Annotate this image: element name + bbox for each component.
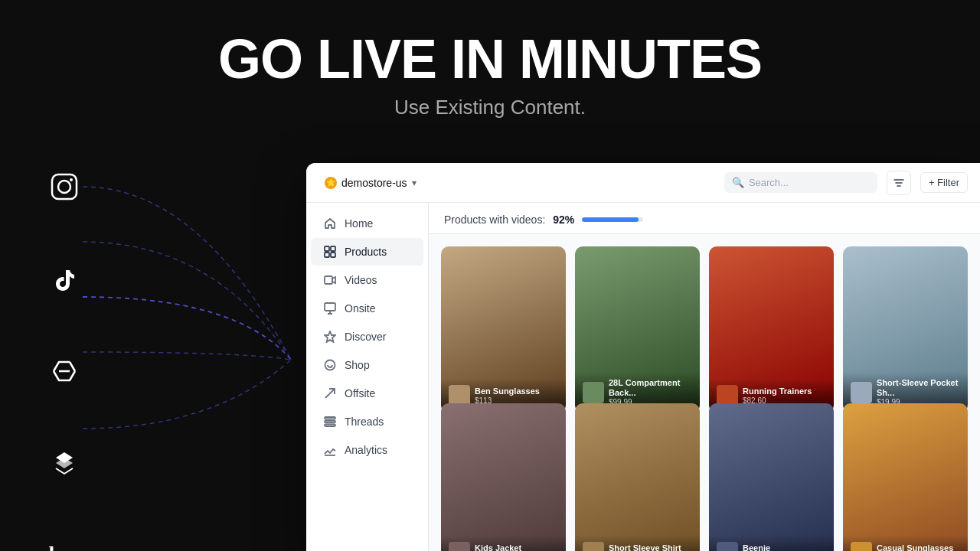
products-with-videos-label: Products with videos: (444, 214, 545, 226)
table-row[interactable]: Short-Sleeve Pocket Sh... $19.99 (843, 246, 968, 412)
sidebar-label-videos: Videos (345, 274, 377, 286)
table-row[interactable]: Beenie $22 (709, 403, 834, 551)
table-row[interactable]: Kids Jacket $68 (441, 403, 566, 551)
products-stats: Products with videos: 92% (444, 214, 965, 226)
product-name: Short Sleeve Shirt (609, 543, 692, 551)
threads-icon (323, 415, 337, 429)
product-thumbnail (851, 382, 872, 403)
sidebar-label-discover: Discover (345, 331, 386, 343)
app-header: ⭐ demostore-us ▾ 🔍 Search... + Filter (306, 163, 980, 203)
shop-icon (323, 358, 337, 372)
sidebar-label-products: Products (345, 246, 387, 258)
product-details: Short-Sleeve Pocket Sh... $19.99 (877, 378, 960, 406)
product-overlay: Beenie $22 (709, 536, 834, 551)
home-icon (323, 217, 337, 230)
sidebar-label-offsite: Offsite (345, 387, 375, 399)
product-details: Beenie $22 (743, 543, 826, 551)
box-icon: box (46, 536, 83, 551)
svg-point-10 (325, 360, 335, 370)
sidebar-item-threads[interactable]: Threads (311, 408, 423, 435)
search-bar[interactable]: 🔍 Search... (724, 172, 877, 193)
offsite-icon (323, 386, 337, 400)
sidebar-label-analytics: Analytics (345, 444, 387, 456)
table-row[interactable]: Ben Sunglasses $113 (441, 246, 566, 412)
product-thumbnail (717, 542, 738, 551)
tiktok-icon (46, 260, 83, 297)
content-header: Products with videos: 92% (429, 203, 980, 234)
product-name: Kids Jacket (475, 543, 558, 551)
main-content: Products with videos: 92% Ben Sunglasses (429, 203, 980, 551)
product-details: 28L Compartment Back... $99.99 (609, 378, 692, 406)
app-window: ⭐ demostore-us ▾ 🔍 Search... + Filter Ho… (306, 163, 980, 551)
dropbox-icon (46, 444, 83, 481)
progress-bar (582, 217, 643, 222)
sidebar-item-analytics[interactable]: Analytics (311, 436, 423, 464)
svg-rect-6 (331, 253, 335, 257)
sidebar-item-offsite[interactable]: Offsite (311, 380, 423, 407)
sort-icon (893, 178, 904, 188)
products-icon (323, 245, 337, 259)
sidebar-label-threads: Threads (345, 416, 384, 428)
search-icon: 🔍 (732, 177, 744, 188)
sidebar-item-home[interactable]: Home (311, 210, 423, 237)
store-name: demostore-us (341, 177, 407, 189)
product-name: 28L Compartment Back... (609, 378, 692, 398)
sidebar-item-discover[interactable]: Discover (311, 323, 423, 350)
product-name: Beenie (743, 543, 826, 551)
videos-icon (323, 273, 337, 287)
sidebar-item-onsite[interactable]: Onsite (311, 295, 423, 322)
sidebar-item-videos[interactable]: Videos (311, 266, 423, 294)
store-dot: ⭐ (325, 177, 337, 189)
products-percentage: 92% (553, 214, 574, 226)
product-name: Casual Sunglasses (877, 543, 960, 551)
hero-title: GO LIVE IN MINUTES (0, 29, 980, 90)
sidebar: Home Products Videos Onsit (306, 203, 429, 551)
product-overlay: Kids Jacket $68 (441, 536, 566, 551)
brand-icons-list: box (46, 168, 83, 551)
svg-rect-8 (325, 303, 335, 311)
product-thumbnail (449, 542, 470, 551)
product-details: Short Sleeve Shirt $45 (609, 543, 692, 551)
app-body: Home Products Videos Onsit (306, 203, 980, 551)
hero-subtitle: Use Existing Content. (0, 96, 980, 119)
analytics-icon (323, 443, 337, 457)
product-details: Running Trainers $82.60 (743, 386, 826, 405)
sidebar-item-products[interactable]: Products (311, 238, 423, 266)
product-details: Casual Sunglasses $35 (877, 543, 960, 551)
svg-point-1 (58, 181, 70, 193)
store-selector[interactable]: ⭐ demostore-us ▾ (318, 174, 423, 192)
sidebar-label-onsite: Onsite (345, 302, 375, 315)
search-placeholder: Search... (749, 177, 789, 188)
svg-rect-0 (52, 174, 77, 199)
product-details: Ben Sunglasses $113 (475, 386, 558, 405)
table-row[interactable]: Casual Sunglasses $35 (843, 403, 968, 551)
svg-rect-5 (325, 253, 329, 257)
product-overlay: Casual Sunglasses $35 (843, 536, 968, 551)
filter-button[interactable]: + Filter (920, 172, 968, 193)
table-row[interactable]: 28L Compartment Back... $99.99 (575, 246, 700, 412)
product-name: Short-Sleeve Pocket Sh... (877, 378, 960, 398)
products-grid: Ben Sunglasses $113 28L Compartment Back… (429, 234, 980, 551)
svg-rect-12 (325, 421, 335, 423)
chevron-down-icon: ▾ (412, 178, 416, 188)
sort-button[interactable] (887, 171, 911, 195)
product-thumbnail (851, 542, 872, 551)
svg-rect-11 (325, 417, 335, 419)
decorative-curves (46, 168, 322, 551)
discover-icon (323, 330, 337, 344)
svg-rect-7 (325, 276, 332, 284)
product-name: Running Trainers (743, 386, 826, 396)
hero-section: GO LIVE IN MINUTES Use Existing Content. (0, 0, 980, 119)
svg-point-2 (70, 178, 73, 181)
onsite-icon (323, 302, 337, 315)
instagram-icon (46, 168, 83, 205)
product-overlay: Short Sleeve Shirt $45 (575, 536, 700, 551)
svg-rect-4 (331, 246, 335, 251)
product-name: Ben Sunglasses (475, 386, 558, 396)
sidebar-item-shop[interactable]: Shop (311, 351, 423, 379)
table-row[interactable]: Running Trainers $82.60 (709, 246, 834, 412)
svg-rect-3 (325, 246, 329, 251)
table-row[interactable]: Short Sleeve Shirt $45 (575, 403, 700, 551)
google-drive-icon (46, 352, 83, 389)
sidebar-label-home: Home (345, 217, 373, 230)
